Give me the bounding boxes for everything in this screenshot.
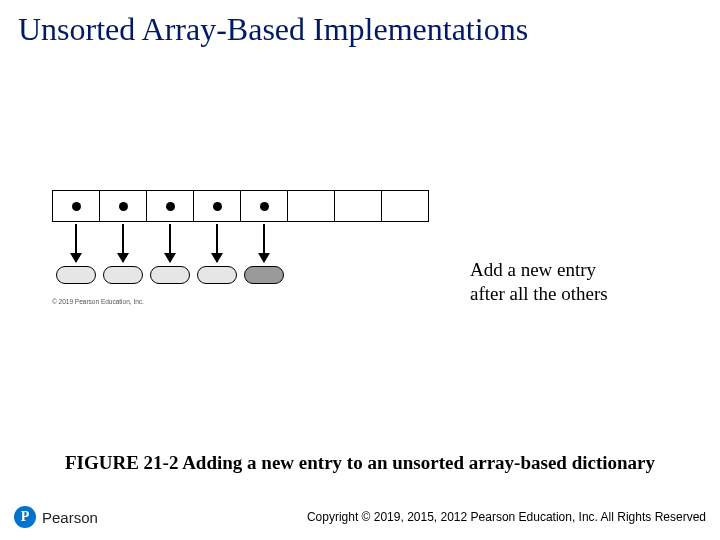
arrow-down-icon (122, 224, 124, 262)
footer: P Pearson Copyright © 2019, 2015, 2012 P… (0, 506, 720, 528)
figure-caption: FIGURE 21-2 Adding a new entry to an uns… (0, 452, 720, 474)
arrow-down-icon (216, 224, 218, 262)
array-cell (240, 190, 288, 222)
annotation-text: after all the others (470, 283, 608, 304)
logo-mark-icon: P (14, 506, 36, 528)
dot-icon (119, 202, 128, 211)
dot-icon (166, 202, 175, 211)
arrow-down-icon (169, 224, 171, 262)
annotation-text: Add a new entry (470, 259, 596, 280)
array-cell-empty (287, 190, 335, 222)
array-cell (146, 190, 194, 222)
arrow-down-icon (263, 224, 265, 262)
entry-node (56, 266, 96, 284)
slide: Unsorted Array-Based Implementations (0, 0, 720, 540)
entry-node-new (244, 266, 284, 284)
array-cell (52, 190, 100, 222)
entry-node (103, 266, 143, 284)
dot-icon (213, 202, 222, 211)
brand-logo: P Pearson (14, 506, 98, 528)
arrow-down-icon (75, 224, 77, 262)
brand-name: Pearson (42, 509, 98, 526)
entry-node (150, 266, 190, 284)
figure-credit: © 2019 Pearson Education, Inc. (52, 298, 144, 305)
figure-annotation: Add a new entry after all the others (470, 258, 608, 306)
dot-icon (260, 202, 269, 211)
arrows-row (52, 224, 672, 262)
dot-icon (72, 202, 81, 211)
copyright-text: Copyright © 2019, 2015, 2012 Pearson Edu… (108, 510, 706, 524)
page-title: Unsorted Array-Based Implementations (18, 12, 702, 47)
array-cell (193, 190, 241, 222)
array-cell (99, 190, 147, 222)
array-cell-empty (381, 190, 429, 222)
entry-node (197, 266, 237, 284)
array-cell-empty (334, 190, 382, 222)
array-row (52, 190, 672, 222)
